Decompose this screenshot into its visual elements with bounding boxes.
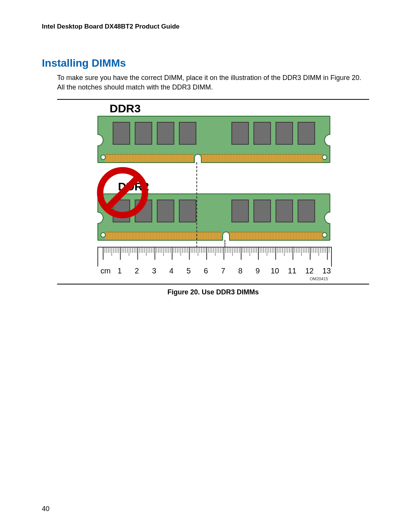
ddr2-notch-guideline (225, 240, 225, 248)
ruler-unit-label: cm (100, 267, 111, 275)
ruler-number: 13 (322, 267, 331, 275)
svg-line-1 (108, 178, 137, 208)
ruler-number: 8 (238, 267, 242, 275)
ddr3-notch-guideline (196, 162, 197, 248)
section-heading: Installing DIMMs (42, 57, 369, 69)
ddr3-key-notch (194, 154, 202, 163)
ruler-number: 9 (255, 267, 260, 275)
dimm-diagram: DDR3 DDR2 (91, 102, 335, 283)
ddr3-dimm (97, 116, 330, 163)
page-number: 40 (42, 505, 49, 513)
ruler-number: 5 (186, 267, 191, 275)
ddr3-chips-left (113, 122, 196, 145)
prohibit-icon (96, 166, 149, 219)
ruler-number: 11 (288, 267, 296, 275)
ddr2-key-notch (222, 232, 230, 241)
body-paragraph: To make sure you have the correct DIMM, … (57, 73, 369, 92)
ruler (97, 247, 332, 267)
ruler-number: 4 (169, 267, 174, 275)
figure-code: OM20415 (310, 276, 328, 281)
figure-container: DDR3 DDR2 (57, 99, 369, 284)
ddr3-chips-right (231, 122, 315, 145)
ruler-number: 1 (118, 267, 122, 275)
ruler-number: 6 (204, 267, 208, 275)
ruler-number: 7 (221, 267, 225, 275)
ddr3-label: DDR3 (110, 102, 141, 115)
figure-caption: Figure 20. Use DDR3 DIMMs (57, 288, 369, 296)
ruler-number: 2 (135, 267, 139, 275)
ddr2-chips-right (231, 200, 315, 222)
page-header: Intel Desktop Board DX48BT2 Product Guid… (42, 23, 369, 30)
ruler-number: 3 (152, 267, 156, 275)
ruler-number: 10 (271, 267, 279, 275)
ruler-number: 12 (305, 267, 314, 275)
